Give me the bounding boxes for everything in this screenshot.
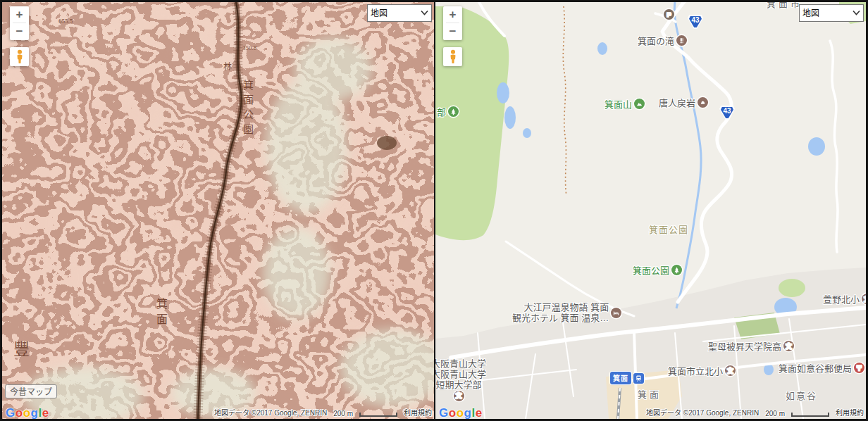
app-window: 箕面公園 箕面 豐 林 655.5 350.8 + − 地図 今昔マップ [0, 0, 868, 421]
hotel-label-line2[interactable]: 観光ホテル 箕面 温泉… [512, 313, 609, 323]
poi-minoo-mountain[interactable]: 箕面山 [604, 97, 645, 111]
scale-label: 200 m [765, 410, 785, 417]
oldmap-elevation-b: 350.8 [242, 44, 256, 51]
tree-icon[interactable] [448, 106, 459, 117]
zoom-in-button[interactable]: + [443, 6, 462, 23]
route-number: 43 [688, 16, 703, 24]
poi-onsen-hotel[interactable]: 大江戸温泉物語 箕面 観光ホテル 箕面 温泉… [512, 302, 621, 323]
area-label-nyoidani: 如意谷 [786, 389, 817, 402]
zoom-out-button[interactable]: − [10, 23, 29, 39]
map-data-credit: 地図データ ©2017 Google, ZENRIN [646, 407, 759, 417]
area-label-minoo-city-clipped: 箕面市 [767, 2, 802, 10]
google-map-panel[interactable]: 43 43 P 箕面の滝 箕面山 唐人戻岩 箕面公 [435, 2, 866, 419]
poi-label[interactable]: 唐人戻岩 [659, 96, 695, 109]
poi-seibo-school[interactable]: 聖母被昇天学院高 文 [708, 339, 794, 353]
google-map-canvas[interactable] [435, 2, 866, 419]
tree-icon[interactable] [671, 265, 682, 275]
logo-letter: e [476, 406, 483, 419]
map-type-dropdown-right[interactable]: 地図 [799, 4, 864, 22]
route-43-shield: 43 [688, 15, 703, 29]
map-type-select[interactable]: 地図 [367, 4, 432, 22]
zoom-in-button[interactable]: + [10, 6, 29, 23]
oldmap-elevation-a: 655.5 [58, 18, 73, 25]
konjaku-map-badge[interactable]: 今昔マップ [5, 384, 57, 398]
old-topo-map-canvas[interactable] [2, 2, 434, 419]
park-patch [779, 279, 805, 297]
university-label-line1[interactable]: 大阪青山大学 [435, 358, 486, 369]
logo-letter: G [439, 406, 449, 419]
school-icon[interactable]: 文 [725, 365, 736, 376]
logo-letter: e [42, 406, 49, 419]
oldmap-label-hayashi: 林 [223, 60, 232, 73]
waterfall-icon[interactable] [676, 35, 687, 46]
oldmap-label-park-vertical: 箕面公園 [240, 80, 255, 139]
poi-minoo-park[interactable]: 箕面公園 [633, 263, 682, 277]
logo-letter: G [6, 406, 16, 419]
mountain-icon[interactable] [634, 99, 645, 109]
scale-bar [791, 413, 829, 417]
terms-link[interactable]: 利用規約 [404, 407, 432, 417]
attribution-bar: 地図データ ©2017 Google, ZENRIN 200 m 利用規約 [646, 407, 864, 417]
poi-label[interactable]: 箕面の滝 [638, 34, 674, 47]
station-name-badge[interactable]: 箕面 [610, 372, 631, 384]
scale-bar [359, 413, 397, 417]
logo-letter: o [449, 406, 457, 419]
poi-minoo-station[interactable]: 箕面 [610, 372, 644, 384]
poi-nyoidani-post-office[interactable]: 箕面如意谷郵便局 〒 [779, 361, 864, 375]
pegman-icon [15, 49, 25, 64]
terms-link[interactable]: 利用規約 [836, 407, 864, 417]
poi-label[interactable]: 箕面如意谷郵便局 [779, 361, 852, 375]
poi-label[interactable]: 萱野北小 [823, 292, 860, 306]
zoom-control: + − [443, 6, 462, 40]
poi-minoo-kita-school[interactable]: 箕面市立北小 文 [668, 364, 736, 377]
poi-tojin-modori-rock[interactable]: 唐人戻岩 [659, 96, 708, 109]
oldmap-label-minoo-vertical: 箕面 [152, 298, 169, 329]
university-label-line3[interactable]: 短期大学部 [435, 379, 486, 390]
pegman-button[interactable] [443, 47, 462, 66]
hotel-label-line1[interactable]: 大江戸温泉物語 箕面 [512, 302, 609, 313]
google-logo[interactable]: Google [6, 406, 49, 419]
parking-icon[interactable]: P [664, 9, 674, 20]
zoom-control: + − [10, 6, 29, 40]
google-logo[interactable]: Google [439, 406, 483, 419]
poi-clipped-left-edge[interactable]: 部 [437, 105, 459, 118]
school-icon[interactable]: 文 [783, 341, 794, 351]
area-label-minoo-town: 箕面 [638, 387, 662, 401]
post-office-icon[interactable]: 〒 [854, 363, 864, 373]
map-type-select[interactable]: 地図 [799, 4, 864, 22]
logo-letter: g [31, 406, 39, 419]
logo-letter: g [464, 406, 472, 419]
poi-label[interactable]: 箕面山 [604, 97, 632, 111]
poi-label[interactable]: 箕面市立北小 [668, 364, 723, 377]
pegman-icon [448, 49, 458, 64]
area-label-minoo-park: 箕面公園 [649, 222, 688, 236]
map-type-dropdown-left[interactable]: 地図 [367, 4, 432, 22]
school-icon[interactable]: 文 [454, 391, 464, 401]
hotel-icon[interactable] [611, 308, 621, 318]
route-number: 43 [719, 107, 735, 115]
poi-label[interactable]: 箕面公園 [633, 263, 669, 277]
poi-parking[interactable]: P [664, 9, 674, 20]
pegman-button[interactable] [10, 47, 29, 66]
historical-map-panel[interactable]: 箕面公園 箕面 豐 林 655.5 350.8 + − 地図 今昔マップ [2, 2, 434, 419]
poi-label[interactable]: 聖母被昇天学院高 [708, 339, 781, 353]
train-station-icon[interactable] [633, 373, 644, 384]
poi-label[interactable]: 部 [437, 105, 446, 118]
university-label-line2[interactable]: 大阪青山大学 [435, 369, 486, 379]
oldmap-label-toyo: 豐 [13, 336, 30, 360]
poi-osaka-aoyama-university[interactable]: 大阪青山大学 大阪青山大学 短期大学部 文 [435, 358, 486, 401]
rock-icon[interactable] [698, 97, 708, 108]
route-43-shield: 43 [719, 106, 735, 120]
map-data-credit: 地図データ ©2017 Google, ZENRIN [214, 407, 327, 417]
attribution-bar: 地図データ ©2017 Google, ZENRIN 200 m 利用規約 [214, 407, 432, 417]
dark-terrain-patch [377, 136, 397, 150]
logo-letter: o [457, 406, 464, 419]
zoom-out-button[interactable]: − [443, 23, 462, 39]
scale-label: 200 m [333, 410, 353, 417]
poi-kayano-kita-school[interactable]: 萱野北小 文 [823, 292, 866, 306]
logo-letter: o [16, 406, 23, 419]
logo-letter: o [23, 406, 31, 419]
school-icon[interactable]: 文 [862, 294, 866, 304]
poi-minoo-falls[interactable]: 箕面の滝 [638, 34, 687, 47]
